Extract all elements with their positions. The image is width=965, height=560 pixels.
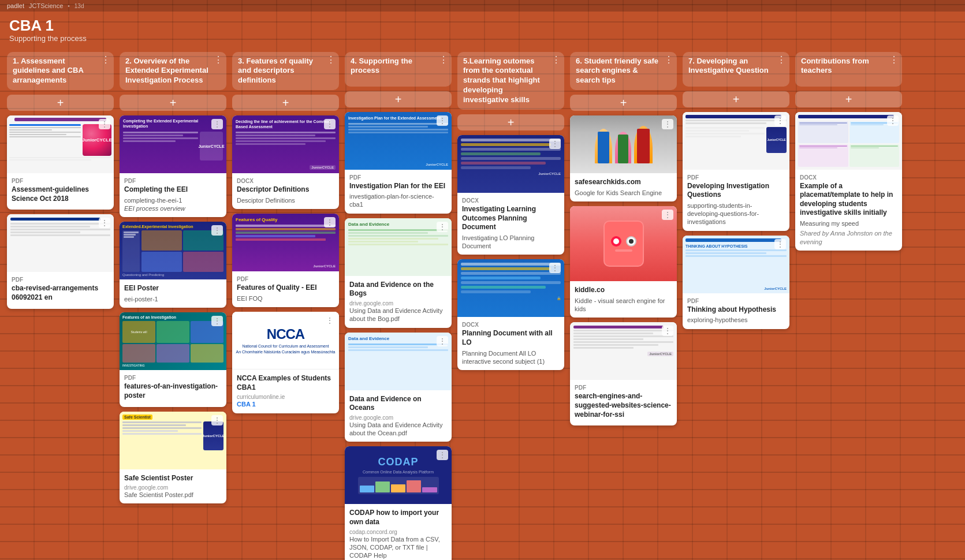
card-subtitle: drive.google.com	[124, 484, 222, 491]
card-tag: PDF	[349, 174, 447, 181]
padlet-logo: padlet	[7, 2, 24, 9]
column-2-add[interactable]: +	[120, 95, 226, 111]
card-menu[interactable]: ⋮	[437, 222, 448, 232]
card-menu[interactable]: ⋮	[887, 115, 899, 126]
card-menu[interactable]: ⋮	[774, 239, 786, 249]
card-title[interactable]: Example of a placemat/template to help i…	[800, 182, 897, 218]
column-4: 4. Supporting the process ⋮ + ⋮ Investig…	[345, 52, 452, 560]
card-descriptor-definitions: ⋮ Deciding the line of achievement for t…	[232, 115, 339, 209]
column-8: Contributions from teachers ⋮ + ⋮	[795, 52, 902, 251]
card-menu[interactable]: ⋮	[662, 210, 673, 220]
card-menu[interactable]: ⋮	[211, 225, 223, 236]
column-2-title: 2. Overview of the Extended Experimental…	[125, 57, 221, 86]
card-menu[interactable]: ⋮	[211, 415, 223, 425]
card-kiddle: ⋮	[570, 206, 677, 318]
card-title[interactable]: Descriptor Definitions	[237, 185, 334, 195]
card-subtitle: exploring-hypotheses	[687, 316, 785, 324]
card-menu[interactable]: ⋮	[99, 218, 110, 228]
card-menu[interactable]: ⋮	[437, 115, 448, 126]
card-title[interactable]: Developing Investigation Questions	[687, 182, 785, 200]
card-menu[interactable]: ⋮	[211, 316, 223, 326]
card-title[interactable]: cba-revised-arrangements 06092021 en	[12, 284, 109, 302]
card-title[interactable]: Investigating Learning Outcomes Planning…	[462, 205, 560, 232]
card-menu[interactable]: ⋮	[437, 450, 448, 460]
card-subtitle: Measuring my speed	[800, 219, 897, 227]
card-title[interactable]: kiddle.co	[575, 286, 672, 295]
column-3-add[interactable]: +	[232, 95, 339, 111]
column-5-title: 5.Learning outomes from the contextual s…	[463, 57, 558, 105]
card-title[interactable]: CODAP how to import your own data	[349, 509, 447, 527]
card-subtitle: curriculumonline.ie	[237, 394, 334, 400]
card-title[interactable]: Investigation Plan for the EEI	[349, 182, 447, 191]
card-title[interactable]: Safe Scientist Poster	[124, 474, 222, 483]
column-8-menu[interactable]: ⋮	[889, 55, 899, 65]
card-title[interactable]: Features of Quality - EEI	[237, 283, 334, 293]
card-placemat: ⋮	[795, 112, 902, 251]
card-title[interactable]: Completing the EEI	[124, 185, 222, 195]
card-menu[interactable]: ⋮	[99, 119, 110, 129]
card-tag: DOCX	[237, 178, 334, 184]
card-completing-eei: ⋮ Completing the Extended Experimental I…	[120, 115, 226, 217]
card-menu[interactable]: ⋮	[774, 115, 786, 126]
site-title: CBA 1	[9, 17, 956, 34]
card-menu[interactable]: ⋮	[437, 336, 448, 346]
column-3-header: 3. Features of quality and descriptors d…	[232, 52, 339, 91]
column-8-header: Contributions from teachers ⋮	[795, 52, 902, 87]
card-title[interactable]: search-engines-and-suggested-websites-sc…	[575, 392, 672, 419]
column-6-header: 6. Student friendly safe search engines …	[570, 52, 677, 91]
column-2-header: 2. Overview of the Extended Experimental…	[120, 52, 226, 91]
card-cba-arrangements: ⋮ PDF cba-r	[7, 214, 114, 308]
column-2-menu[interactable]: ⋮	[214, 55, 223, 65]
card-title[interactable]: Data and Evidence on the Bogs	[349, 281, 447, 298]
column-7-add[interactable]: +	[683, 91, 789, 107]
card-title[interactable]: Data and Evidence on Oceans	[349, 395, 447, 413]
card-menu[interactable]: ⋮	[662, 119, 673, 129]
card-sub2: Shared by Anna Johnston on the evening	[800, 229, 897, 246]
column-7-menu[interactable]: ⋮	[777, 55, 786, 65]
card-tag: PDF	[687, 298, 785, 304]
column-5-header: 5.Learning outomes from the contextual s…	[457, 52, 564, 110]
card-subtitle: codap.concord.org	[349, 529, 447, 535]
card-sub2: Safe Scientist Poster.pdf	[124, 491, 222, 499]
card-menu[interactable]: ⋮	[549, 139, 561, 149]
column-1-menu[interactable]: ⋮	[101, 55, 110, 65]
column-4-add[interactable]: +	[345, 91, 452, 107]
card-sub2: How to Import Data from a CSV, JSON, COD…	[349, 535, 447, 560]
column-8-add[interactable]: +	[795, 91, 902, 107]
card-menu[interactable]: ⋮	[662, 326, 673, 336]
board: 1. Assessment guidelines and CBA arranag…	[0, 46, 965, 560]
column-5-add[interactable]: +	[457, 114, 564, 130]
card-features-quality-eei: ⋮ Features of Quality JuniorCYCLE PDF	[232, 214, 339, 307]
card-tag: DOCX	[462, 322, 560, 328]
card-ncca-examples: ⋮ NCCA National Council for Curriculum a…	[232, 312, 339, 413]
card-title[interactable]: safesearchkids.com	[575, 178, 672, 187]
card-title[interactable]: Assessment-guidelines Science Oct 2018	[12, 185, 109, 203]
card-menu[interactable]: ⋮	[549, 263, 561, 273]
card-menu[interactable]: ⋮	[324, 217, 336, 227]
column-1-header: 1. Assessment guidelines and CBA arranag…	[7, 52, 114, 91]
card-data-bogs: ⋮ Data and Evidence Data and Evidence on…	[345, 218, 452, 328]
column-4-menu[interactable]: ⋮	[439, 55, 448, 65]
top-bar: padlet JCTScience • 13d	[0, 0, 965, 12]
card-menu[interactable]: ⋮	[324, 315, 336, 326]
column-1-add[interactable]: +	[7, 95, 114, 111]
card-tag: PDF	[237, 276, 334, 282]
card-title[interactable]: NCCA Examples of Students CBA1	[237, 374, 334, 392]
column-6-add[interactable]: +	[570, 95, 677, 111]
column-5-menu[interactable]: ⋮	[552, 55, 561, 65]
card-hypothesis: ⋮ THINKING ABOUT HYPOTHESIS JuniorCYCLE	[683, 236, 789, 329]
org-label: JCTScience	[29, 2, 63, 9]
column-6-menu[interactable]: ⋮	[664, 55, 673, 65]
column-3-menu[interactable]: ⋮	[326, 55, 336, 65]
card-menu[interactable]: ⋮	[324, 119, 336, 129]
card-menu[interactable]: ⋮	[211, 119, 223, 129]
card-title[interactable]: Thinking about Hypothesis	[687, 305, 785, 315]
card-tag: PDF	[12, 277, 109, 283]
card-subtitle: Desciptor Definitions	[237, 196, 334, 204]
card-title[interactable]: features-of-an-investigation-poster	[124, 382, 222, 400]
card-title[interactable]: EEI Poster	[124, 284, 222, 293]
card-subtitle: drive.google.com	[349, 300, 447, 307]
card-title[interactable]: Planning Document with all LO	[462, 329, 560, 347]
card-search-engines: ⋮ JuniorCYCLE PDF searc	[570, 322, 677, 425]
column-7: 7. Developing an Investigative Question …	[683, 52, 789, 329]
